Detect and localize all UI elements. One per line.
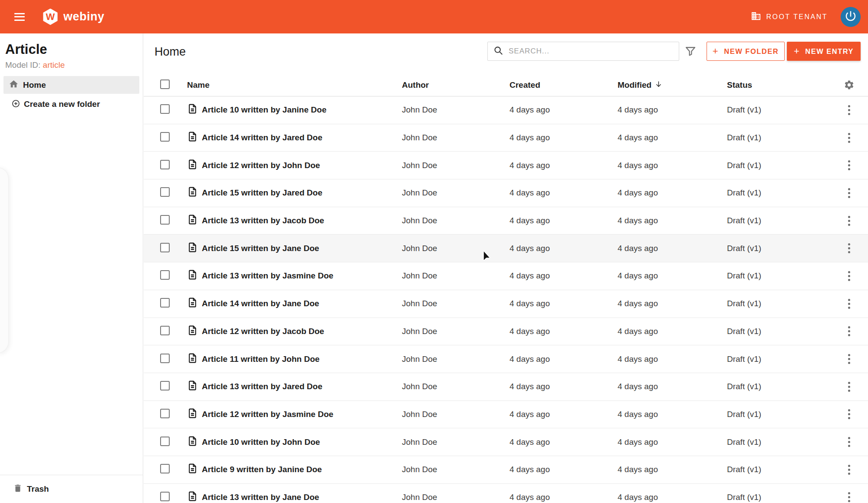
- entry-name[interactable]: Article 12 written by Jasmine Doe: [202, 410, 333, 419]
- entry-name[interactable]: Article 10 written by John Doe: [202, 437, 320, 447]
- table-row[interactable]: Article 15 written by Jared Doe John Doe…: [144, 179, 868, 207]
- document-icon: [187, 242, 198, 255]
- filter-icon[interactable]: [684, 45, 697, 58]
- column-header-modified[interactable]: Modified: [618, 80, 727, 90]
- table-row[interactable]: Article 13 written by Jared Doe John Doe…: [144, 373, 868, 401]
- row-checkbox[interactable]: [160, 437, 170, 446]
- row-checkbox[interactable]: [160, 298, 170, 308]
- table-settings-gear-icon[interactable]: [837, 79, 861, 90]
- entry-name[interactable]: Article 10 written by Janine Doe: [202, 105, 326, 115]
- entry-author: John Doe: [402, 216, 510, 225]
- webiny-hexagon-icon: W: [43, 9, 58, 25]
- row-menu-kebab-icon[interactable]: [845, 296, 853, 311]
- row-checkbox[interactable]: [160, 132, 170, 142]
- column-header-author[interactable]: Author: [402, 80, 510, 90]
- entry-modified: 4 days ago: [618, 382, 727, 391]
- document-icon: [187, 131, 198, 145]
- column-header-name[interactable]: Name: [187, 80, 402, 90]
- trash-button[interactable]: Trash: [0, 475, 143, 503]
- entry-modified: 4 days ago: [618, 271, 727, 281]
- entry-name[interactable]: Article 11 written by John Doe: [202, 354, 319, 364]
- sidebar-item-home[interactable]: Home: [3, 76, 139, 94]
- row-menu-kebab-icon[interactable]: [845, 213, 853, 228]
- breadcrumb[interactable]: Home: [155, 45, 186, 59]
- column-header-created[interactable]: Created: [510, 80, 618, 90]
- entry-name[interactable]: Article 14 written by Jared Doe: [202, 133, 322, 142]
- row-menu-kebab-icon[interactable]: [845, 241, 853, 256]
- column-header-status[interactable]: Status: [727, 80, 837, 90]
- row-checkbox[interactable]: [160, 243, 170, 252]
- table-row[interactable]: Article 13 written by Jane Doe John Doe …: [144, 484, 868, 503]
- entry-author: John Doe: [402, 161, 510, 170]
- row-checkbox[interactable]: [160, 354, 170, 363]
- power-glyph-icon: [844, 10, 857, 24]
- table-row[interactable]: Article 12 written by Jacob Doe John Doe…: [144, 318, 868, 346]
- row-menu-kebab-icon[interactable]: [845, 462, 853, 477]
- document-icon: [187, 103, 198, 117]
- row-checkbox[interactable]: [160, 409, 170, 418]
- entry-name[interactable]: Article 9 written by Janine Doe: [202, 465, 322, 474]
- row-checkbox[interactable]: [160, 215, 170, 225]
- table-row[interactable]: Article 9 written by Janine Doe John Doe…: [144, 456, 868, 484]
- table-row[interactable]: Article 14 written by Jared Doe John Doe…: [144, 124, 868, 152]
- row-checkbox[interactable]: [160, 381, 170, 390]
- row-menu-kebab-icon[interactable]: [845, 185, 853, 201]
- model-id-value: article: [43, 60, 65, 69]
- select-all-checkbox[interactable]: [160, 79, 170, 89]
- entry-name[interactable]: Article 12 written by John Doe: [202, 161, 320, 170]
- entry-author: John Doe: [402, 244, 510, 253]
- table-row[interactable]: Article 10 written by John Doe John Doe …: [144, 428, 868, 456]
- entry-name[interactable]: Article 15 written by Jared Doe: [202, 188, 322, 198]
- row-menu-kebab-icon[interactable]: [845, 407, 853, 422]
- table-row[interactable]: Article 11 written by John Doe John Doe …: [144, 345, 868, 373]
- entry-name[interactable]: Article 15 written by Jane Doe: [202, 244, 319, 253]
- entry-author: John Doe: [402, 382, 510, 391]
- table-row[interactable]: Article 15 written by Jane Doe John Doe …: [144, 235, 868, 262]
- row-menu-kebab-icon[interactable]: [845, 324, 853, 339]
- row-menu-kebab-icon[interactable]: [845, 268, 853, 284]
- entry-author: John Doe: [402, 410, 510, 419]
- hamburger-menu-icon[interactable]: [14, 13, 25, 21]
- row-menu-kebab-icon[interactable]: [845, 158, 853, 173]
- sidebar-item-label: Home: [23, 80, 46, 90]
- entry-name[interactable]: Article 13 written by Jane Doe: [202, 493, 319, 502]
- table-row[interactable]: Article 10 written by Janine Doe John Do…: [144, 96, 868, 124]
- row-checkbox[interactable]: [160, 326, 170, 335]
- row-checkbox[interactable]: [160, 187, 170, 197]
- entry-modified: 4 days ago: [618, 410, 727, 419]
- entry-modified: 4 days ago: [618, 354, 727, 364]
- entry-name[interactable]: Article 13 written by Jared Doe: [202, 382, 322, 391]
- row-checkbox[interactable]: [160, 160, 170, 169]
- row-checkbox[interactable]: [160, 492, 170, 501]
- entry-created: 4 days ago: [510, 299, 618, 308]
- user-avatar[interactable]: [841, 7, 861, 27]
- create-folder-button[interactable]: Create a new folder: [3, 96, 139, 113]
- entry-name[interactable]: Article 12 written by Jacob Doe: [202, 327, 324, 336]
- table-row[interactable]: Article 13 written by Jacob Doe John Doe…: [144, 207, 868, 235]
- entry-status: Draft (v1): [727, 188, 837, 198]
- row-menu-kebab-icon[interactable]: [845, 490, 853, 503]
- webiny-logo[interactable]: W webiny: [43, 9, 105, 25]
- row-menu-kebab-icon[interactable]: [845, 379, 853, 394]
- table-row[interactable]: Article 12 written by John Doe John Doe …: [144, 152, 868, 179]
- search-input[interactable]: [509, 47, 679, 56]
- entry-modified: 4 days ago: [618, 188, 727, 198]
- entry-name[interactable]: Article 14 written by Jane Doe: [202, 299, 319, 308]
- row-checkbox[interactable]: [160, 104, 170, 114]
- table-row[interactable]: Article 14 written by Jane Doe John Doe …: [144, 290, 868, 318]
- new-folder-button[interactable]: + NEW FOLDER: [707, 42, 785, 61]
- trash-label: Trash: [27, 484, 49, 494]
- row-menu-kebab-icon[interactable]: [845, 434, 853, 450]
- row-menu-kebab-icon[interactable]: [845, 103, 853, 118]
- row-checkbox[interactable]: [160, 464, 170, 473]
- table-row[interactable]: Article 13 written by Jasmine Doe John D…: [144, 262, 868, 290]
- new-entry-button[interactable]: + NEW ENTRY: [787, 42, 861, 61]
- entry-name[interactable]: Article 13 written by Jacob Doe: [202, 216, 324, 225]
- entry-modified: 4 days ago: [618, 133, 727, 142]
- tenant-selector[interactable]: ROOT TENANT: [751, 11, 828, 23]
- row-menu-kebab-icon[interactable]: [845, 351, 853, 367]
- entry-name[interactable]: Article 13 written by Jasmine Doe: [202, 271, 333, 281]
- row-menu-kebab-icon[interactable]: [845, 130, 853, 146]
- row-checkbox[interactable]: [160, 270, 170, 280]
- table-row[interactable]: Article 12 written by Jasmine Doe John D…: [144, 401, 868, 429]
